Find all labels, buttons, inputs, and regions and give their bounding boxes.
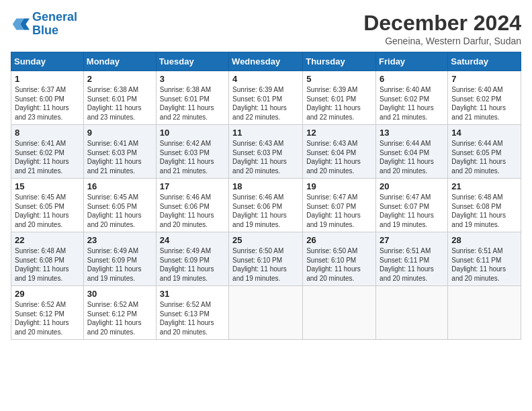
calendar-cell: 17 Sunrise: 6:46 AMSunset: 6:06 PMDaylig… [156,179,228,232]
day-info: Sunrise: 6:45 AMSunset: 6:05 PMDaylight:… [15,193,69,228]
location-title: Geneina, Western Darfur, Sudan [363,36,521,46]
calendar-cell: 28 Sunrise: 6:51 AMSunset: 6:11 PMDaylig… [448,232,521,286]
day-info: Sunrise: 6:38 AMSunset: 6:01 PMDaylight:… [160,86,214,121]
col-wednesday: Wednesday [229,52,303,71]
calendar-cell: 3 Sunrise: 6:38 AMSunset: 6:01 PMDayligh… [156,71,228,125]
calendar-table: Sunday Monday Tuesday Wednesday Thursday… [11,52,521,340]
day-info: Sunrise: 6:42 AMSunset: 6:03 PMDaylight:… [160,140,214,175]
day-number: 23 [87,235,152,245]
day-info: Sunrise: 6:52 AMSunset: 6:12 PMDaylight:… [15,301,69,336]
calendar-cell: 15 Sunrise: 6:45 AMSunset: 6:05 PMDaylig… [11,179,84,232]
day-info: Sunrise: 6:39 AMSunset: 6:01 PMDaylight:… [232,86,287,121]
calendar-cell: 19 Sunrise: 6:47 AMSunset: 6:07 PMDaylig… [303,179,376,232]
day-info: Sunrise: 6:41 AMSunset: 6:02 PMDaylight:… [15,140,69,175]
title-block: December 2024 Geneina, Western Darfur, S… [363,11,521,46]
day-number: 10 [160,128,225,138]
calendar-cell: 26 Sunrise: 6:50 AMSunset: 6:10 PMDaylig… [303,232,376,286]
calendar-cell: 10 Sunrise: 6:42 AMSunset: 6:03 PMDaylig… [156,125,228,179]
day-number: 28 [451,235,517,245]
day-number: 6 [380,74,444,84]
day-info: Sunrise: 6:46 AMSunset: 6:06 PMDaylight:… [160,193,214,228]
day-number: 25 [232,235,299,245]
calendar-cell: 4 Sunrise: 6:39 AMSunset: 6:01 PMDayligh… [229,71,303,125]
calendar-cell [448,286,521,340]
calendar-row: 29 Sunrise: 6:52 AMSunset: 6:12 PMDaylig… [11,286,521,340]
day-number: 15 [15,181,80,191]
calendar-cell: 23 Sunrise: 6:49 AMSunset: 6:09 PMDaylig… [83,232,156,286]
calendar-cell [229,286,303,340]
day-number: 9 [87,128,152,138]
day-number: 5 [306,74,372,84]
calendar-row: 22 Sunrise: 6:48 AMSunset: 6:08 PMDaylig… [11,232,521,286]
day-number: 17 [160,181,225,191]
calendar-row: 8 Sunrise: 6:41 AMSunset: 6:02 PMDayligh… [11,125,521,179]
day-info: Sunrise: 6:44 AMSunset: 6:04 PMDaylight:… [380,140,434,175]
calendar-row: 15 Sunrise: 6:45 AMSunset: 6:05 PMDaylig… [11,179,521,232]
day-number: 1 [15,74,80,84]
calendar-cell: 9 Sunrise: 6:41 AMSunset: 6:03 PMDayligh… [83,125,156,179]
day-info: Sunrise: 6:38 AMSunset: 6:01 PMDaylight:… [87,86,142,121]
calendar-header-row: Sunday Monday Tuesday Wednesday Thursday… [11,52,521,71]
day-info: Sunrise: 6:51 AMSunset: 6:11 PMDaylight:… [451,247,506,282]
day-info: Sunrise: 6:41 AMSunset: 6:03 PMDaylight:… [87,140,142,175]
day-info: Sunrise: 6:49 AMSunset: 6:09 PMDaylight:… [160,247,214,282]
day-number: 18 [232,181,299,191]
calendar-cell: 21 Sunrise: 6:48 AMSunset: 6:08 PMDaylig… [448,179,521,232]
day-number: 29 [15,289,80,299]
day-info: Sunrise: 6:50 AMSunset: 6:10 PMDaylight:… [306,247,361,282]
col-thursday: Thursday [303,52,376,71]
day-info: Sunrise: 6:45 AMSunset: 6:05 PMDaylight:… [87,193,142,228]
col-tuesday: Tuesday [156,52,228,71]
calendar-cell: 24 Sunrise: 6:49 AMSunset: 6:09 PMDaylig… [156,232,228,286]
col-sunday: Sunday [11,52,84,71]
calendar-cell: 25 Sunrise: 6:50 AMSunset: 6:10 PMDaylig… [229,232,303,286]
calendar-body: 1 Sunrise: 6:37 AMSunset: 6:00 PMDayligh… [11,71,521,340]
calendar-cell: 12 Sunrise: 6:43 AMSunset: 6:04 PMDaylig… [303,125,376,179]
calendar-cell: 20 Sunrise: 6:47 AMSunset: 6:07 PMDaylig… [376,179,448,232]
day-number: 26 [306,235,372,245]
calendar-cell: 31 Sunrise: 6:52 AMSunset: 6:13 PMDaylig… [156,286,228,340]
day-number: 27 [380,235,444,245]
day-info: Sunrise: 6:37 AMSunset: 6:00 PMDaylight:… [15,86,69,121]
day-number: 16 [87,181,152,191]
calendar-cell: 22 Sunrise: 6:48 AMSunset: 6:08 PMDaylig… [11,232,84,286]
day-info: Sunrise: 6:51 AMSunset: 6:11 PMDaylight:… [380,247,434,282]
col-saturday: Saturday [448,52,521,71]
day-info: Sunrise: 6:52 AMSunset: 6:12 PMDaylight:… [87,301,142,336]
day-number: 20 [380,181,444,191]
day-info: Sunrise: 6:43 AMSunset: 6:03 PMDaylight:… [232,140,287,175]
page-header: General Blue December 2024 Geneina, West… [11,11,521,46]
logo-text: General Blue [32,11,77,38]
col-friday: Friday [376,52,448,71]
calendar-cell: 16 Sunrise: 6:45 AMSunset: 6:05 PMDaylig… [83,179,156,232]
calendar-row: 1 Sunrise: 6:37 AMSunset: 6:00 PMDayligh… [11,71,521,125]
day-number: 19 [306,181,372,191]
calendar-cell [376,286,448,340]
calendar-cell: 18 Sunrise: 6:46 AMSunset: 6:06 PMDaylig… [229,179,303,232]
day-info: Sunrise: 6:40 AMSunset: 6:02 PMDaylight:… [451,86,506,121]
calendar-cell: 29 Sunrise: 6:52 AMSunset: 6:12 PMDaylig… [11,286,84,340]
calendar-cell: 7 Sunrise: 6:40 AMSunset: 6:02 PMDayligh… [448,71,521,125]
day-number: 30 [87,289,152,299]
logo: General Blue [11,11,77,38]
day-number: 7 [451,74,517,84]
calendar-cell: 30 Sunrise: 6:52 AMSunset: 6:12 PMDaylig… [83,286,156,340]
day-info: Sunrise: 6:47 AMSunset: 6:07 PMDaylight:… [380,193,434,228]
day-info: Sunrise: 6:39 AMSunset: 6:01 PMDaylight:… [306,86,361,121]
day-number: 13 [380,128,444,138]
day-number: 31 [160,289,225,299]
day-info: Sunrise: 6:48 AMSunset: 6:08 PMDaylight:… [15,247,69,282]
calendar-cell: 8 Sunrise: 6:41 AMSunset: 6:02 PMDayligh… [11,125,84,179]
calendar-cell: 2 Sunrise: 6:38 AMSunset: 6:01 PMDayligh… [83,71,156,125]
month-title: December 2024 [363,11,521,36]
calendar-cell: 27 Sunrise: 6:51 AMSunset: 6:11 PMDaylig… [376,232,448,286]
calendar-cell: 13 Sunrise: 6:44 AMSunset: 6:04 PMDaylig… [376,125,448,179]
day-number: 3 [160,74,225,84]
day-number: 22 [15,235,80,245]
calendar-cell: 1 Sunrise: 6:37 AMSunset: 6:00 PMDayligh… [11,71,84,125]
calendar-cell: 6 Sunrise: 6:40 AMSunset: 6:02 PMDayligh… [376,71,448,125]
day-info: Sunrise: 6:43 AMSunset: 6:04 PMDaylight:… [306,140,361,175]
day-number: 24 [160,235,225,245]
day-info: Sunrise: 6:46 AMSunset: 6:06 PMDaylight:… [232,193,287,228]
day-number: 11 [232,128,299,138]
